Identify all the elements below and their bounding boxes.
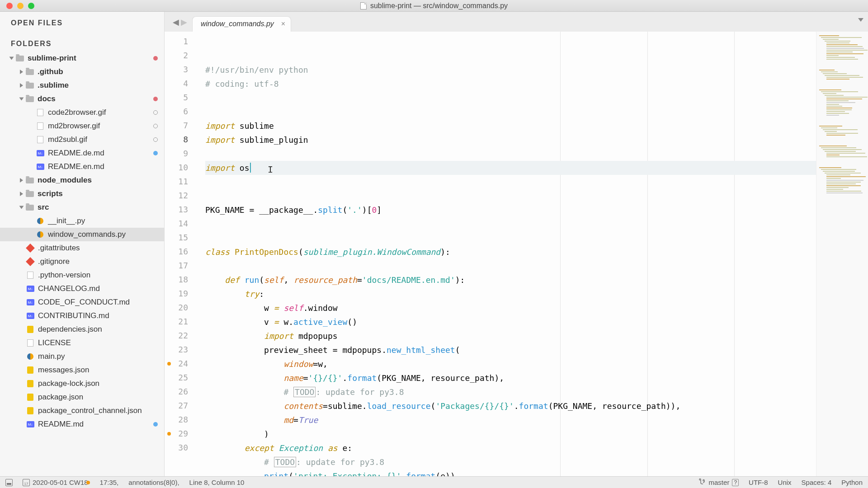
line-number-gutter[interactable]: 1234567891011121314151617181920212223242… <box>165 32 196 476</box>
minimize-window-button[interactable] <box>17 3 24 9</box>
sidebar: OPEN FILES FOLDERS sublime-print.github.… <box>0 12 165 476</box>
file-dependencies-json[interactable]: dependencies.json <box>0 323 164 336</box>
tab-history-back-icon[interactable]: ◀ <box>173 17 179 27</box>
vcs-status-dot-icon <box>153 422 158 427</box>
close-window-button[interactable] <box>6 3 13 9</box>
tree-item-label: README.en.md <box>48 162 104 171</box>
tab-label: window_commands.py <box>201 20 274 28</box>
file--python-version[interactable]: .python-version <box>0 268 164 282</box>
window-title: sublime-print — src/window_commands.py <box>360 2 508 10</box>
tree-item-label: .github <box>38 67 63 76</box>
folders-header: FOLDERS <box>0 36 164 52</box>
tree-item-label: node_modules <box>38 176 92 185</box>
branch-name: master <box>709 479 730 486</box>
status-syntax[interactable]: Python <box>841 479 863 486</box>
tree-item-label: messages.json <box>38 366 89 375</box>
status-lineending[interactable]: Unix <box>778 479 792 486</box>
disclosure-triangle-icon[interactable] <box>20 70 23 74</box>
panel-switcher-icon[interactable] <box>5 479 13 486</box>
file-contributing-md[interactable]: M↓CONTRIBUTING.md <box>0 309 164 323</box>
disclosure-triangle-icon[interactable] <box>20 178 23 183</box>
minimap[interactable] <box>816 32 868 476</box>
status-warn-dot-icon <box>86 481 90 484</box>
file-md2browser-gif[interactable]: md2browser.gif <box>0 119 164 133</box>
tree-item-label: .gitattributes <box>38 244 80 253</box>
window-controls <box>0 3 34 9</box>
file-readme-de-md[interactable]: M↓README.de.md <box>0 146 164 160</box>
file-window-commands-py[interactable]: window_commands.py <box>0 228 164 241</box>
file--gitignore[interactable]: .gitignore <box>0 255 164 268</box>
status-time: 17:35, <box>100 479 119 486</box>
tree-item-label: code2browser.gif <box>48 108 106 117</box>
editor-area: ◀ ▶ window_commands.py × 123456789101112… <box>165 12 868 476</box>
tree-item-label: sublime-print <box>28 54 76 63</box>
zoom-window-button[interactable] <box>28 3 34 9</box>
file-readme-md[interactable]: M↓README.md <box>0 418 164 431</box>
file-package-control-channel-json[interactable]: package_control_channel.json <box>0 404 164 418</box>
file-changelog-md[interactable]: M↓CHANGELOG.md <box>0 282 164 296</box>
folder--sublime[interactable]: .sublime <box>0 79 164 92</box>
file-code2browser-gif[interactable]: code2browser.gif <box>0 106 164 119</box>
text-caret <box>250 163 251 173</box>
vcs-status-dot-icon <box>153 56 158 61</box>
file-md2subl-gif[interactable]: md2subl.gif <box>0 133 164 146</box>
status-date: 2020-05-01 CW18 <box>33 479 88 486</box>
file-license[interactable]: LICENSE <box>0 336 164 350</box>
branch-badge: ? <box>732 479 739 486</box>
tree-item-label: md2subl.gif <box>48 135 87 144</box>
tab-overflow-menu-icon[interactable] <box>858 18 863 22</box>
disclosure-triangle-icon[interactable] <box>20 192 23 196</box>
file-messages-json[interactable]: messages.json <box>0 363 164 377</box>
folder-scripts[interactable]: scripts <box>0 187 164 201</box>
window-title-text: sublime-print — src/window_commands.py <box>370 2 508 10</box>
disclosure-triangle-icon[interactable] <box>9 57 14 60</box>
status-annotations[interactable]: annotations(8|0), <box>128 479 179 486</box>
status-encoding[interactable]: UTF-8 <box>749 479 768 486</box>
disclosure-triangle-icon[interactable] <box>19 206 24 209</box>
folder-src[interactable]: src <box>0 201 164 214</box>
tree-item-label: CHANGELOG.md <box>38 284 100 293</box>
tree-item-label: package.json <box>38 393 83 402</box>
tree-item-label: dependencies.json <box>38 325 102 334</box>
disclosure-triangle-icon[interactable] <box>19 98 24 101</box>
tree-item-label: src <box>38 203 49 212</box>
vcs-status-dot-icon <box>153 110 158 115</box>
code-editor[interactable]: #!/usr/bin/env python# coding: utf-8impo… <box>196 32 816 476</box>
tree-item-label: package-lock.json <box>38 379 99 388</box>
open-files-header: OPEN FILES <box>0 15 164 31</box>
tree-item-label: scripts <box>38 189 63 198</box>
file-package-lock-json[interactable]: package-lock.json <box>0 377 164 390</box>
status-spaces[interactable]: Spaces: 4 <box>802 479 832 486</box>
tree-item-label: .sublime <box>38 81 69 90</box>
tab-bar: ◀ ▶ window_commands.py × <box>165 12 868 32</box>
tree-item-label: .gitignore <box>38 257 70 266</box>
vcs-status-dot-icon <box>153 97 158 101</box>
tree-item-label: md2browser.gif <box>48 122 100 131</box>
file--init-py[interactable]: __init__.py <box>0 214 164 228</box>
tab-history-forward-icon[interactable]: ▶ <box>181 17 187 27</box>
calendar-icon <box>23 479 30 486</box>
file-main-py[interactable]: main.py <box>0 350 164 363</box>
file-code-of-conduct-md[interactable]: M↓CODE_OF_CONDUCT.md <box>0 296 164 309</box>
folder--github[interactable]: .github <box>0 65 164 79</box>
file--gitattributes[interactable]: .gitattributes <box>0 241 164 255</box>
tree-item-label: main.py <box>38 352 65 361</box>
tab-close-icon[interactable]: × <box>281 20 285 28</box>
tree-item-label: docs <box>38 94 56 103</box>
folder-sublime-print[interactable]: sublime-print <box>0 52 164 65</box>
branch-icon <box>699 478 706 487</box>
file-package-json[interactable]: package.json <box>0 390 164 404</box>
tree-item-label: window_commands.py <box>48 230 126 239</box>
tree-item-label: __init__.py <box>48 216 85 225</box>
tab-window-commands[interactable]: window_commands.py × <box>193 16 291 32</box>
tree-item-label: CONTRIBUTING.md <box>38 311 109 320</box>
titlebar: sublime-print — src/window_commands.py <box>0 0 868 12</box>
folder-docs[interactable]: docs <box>0 92 164 106</box>
disclosure-triangle-icon[interactable] <box>20 83 23 88</box>
folder-node-modules[interactable]: node_modules <box>0 174 164 187</box>
tree-item-label: README.de.md <box>48 149 104 158</box>
gutter-mark-icon <box>167 432 171 436</box>
folder-tree: sublime-print.github.sublimedocscode2bro… <box>0 52 164 431</box>
file-readme-en-md[interactable]: M↓README.en.md <box>0 160 164 174</box>
git-branch-indicator[interactable]: master ? <box>699 478 739 487</box>
